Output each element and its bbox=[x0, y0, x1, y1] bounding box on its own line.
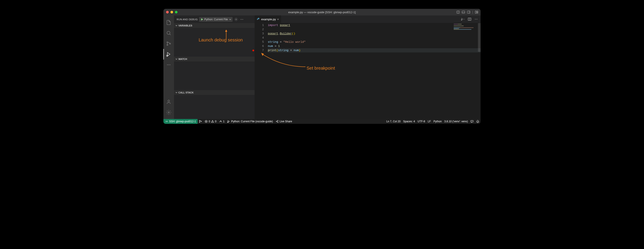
search-activity[interactable] bbox=[164, 28, 174, 38]
titlebar: example.py — vscode-guide [SSH: gbnwp-po… bbox=[164, 9, 480, 16]
svg-point-19 bbox=[168, 100, 170, 102]
svg-point-17 bbox=[168, 64, 169, 65]
problems-status[interactable]: 0 0 bbox=[203, 119, 218, 124]
ports-status[interactable]: 1 bbox=[218, 119, 226, 124]
interpreter-status[interactable]: 3.8.10 ('venv': venv) bbox=[443, 119, 469, 124]
svg-point-43 bbox=[278, 120, 278, 121]
svg-line-45 bbox=[277, 121, 278, 121]
watch-section-header[interactable]: WATCH bbox=[174, 57, 254, 62]
statusbar: SSH: gbnwp-pod012-1 0 0 1 Python: Curren… bbox=[164, 119, 480, 124]
remote-indicator[interactable]: SSH: gbnwp-pod012-1 bbox=[164, 119, 198, 124]
code-line[interactable]: print(string + num) bbox=[268, 48, 480, 52]
activity-bar bbox=[164, 16, 174, 119]
minimap[interactable] bbox=[454, 24, 478, 32]
svg-rect-7 bbox=[477, 11, 478, 12]
debug-config-label: Python: Current File bbox=[204, 18, 228, 21]
chevron-down-icon[interactable] bbox=[228, 18, 232, 21]
svg-point-23 bbox=[240, 19, 241, 20]
svg-point-9 bbox=[167, 31, 170, 34]
gutter-line[interactable]: 2 bbox=[254, 27, 264, 32]
tab-filename: example.py bbox=[261, 18, 276, 21]
gutter-line[interactable]: 7 bbox=[254, 48, 264, 52]
debug-config-selector[interactable]: Python: Current File bbox=[199, 17, 233, 22]
accounts-activity[interactable] bbox=[164, 96, 174, 107]
close-window-button[interactable] bbox=[166, 11, 169, 14]
callstack-section-header[interactable]: CALL STACK bbox=[174, 90, 254, 95]
encoding-status[interactable]: UTF-8 bbox=[416, 119, 426, 124]
explorer-activity[interactable] bbox=[164, 17, 174, 28]
svg-marker-26 bbox=[462, 18, 463, 20]
svg-point-33 bbox=[199, 120, 200, 121]
svg-point-12 bbox=[167, 44, 168, 46]
code-line[interactable] bbox=[268, 27, 480, 32]
editor-area: example.py × 1234567 bbox=[254, 16, 480, 119]
gutter-line[interactable]: 1 bbox=[254, 23, 264, 27]
svg-line-46 bbox=[277, 122, 278, 122]
svg-point-16 bbox=[167, 64, 168, 65]
gutter-line[interactable]: 4 bbox=[254, 36, 264, 40]
svg-rect-8 bbox=[477, 12, 478, 14]
editor-more-icon[interactable] bbox=[474, 17, 478, 21]
svg-rect-4 bbox=[467, 11, 470, 14]
toggle-panel-icon[interactable] bbox=[456, 10, 460, 14]
line-gutter[interactable]: 1234567 bbox=[254, 23, 268, 119]
eol-status[interactable]: LF bbox=[426, 119, 432, 124]
code-line[interactable]: popart.Builder() bbox=[268, 32, 480, 36]
gutter-line[interactable]: 3 bbox=[254, 32, 264, 36]
debug-settings-icon[interactable] bbox=[234, 17, 238, 22]
svg-point-25 bbox=[243, 19, 243, 20]
code-line[interactable] bbox=[268, 36, 480, 40]
run-debug-activity[interactable] bbox=[164, 49, 174, 60]
svg-rect-2 bbox=[462, 11, 465, 14]
close-tab-icon[interactable]: × bbox=[277, 18, 279, 21]
settings-activity[interactable] bbox=[164, 107, 174, 118]
code-line[interactable]: import popart bbox=[268, 23, 480, 27]
toggle-right-panel-icon[interactable] bbox=[467, 10, 470, 14]
toggle-bottom-panel-icon[interactable] bbox=[462, 10, 465, 14]
variables-section-header[interactable]: VARIABLES bbox=[174, 23, 254, 28]
customize-layout-icon[interactable] bbox=[475, 10, 478, 14]
code-line[interactable]: string = "Hello world" bbox=[268, 40, 480, 44]
code-content[interactable]: import popartpopart.Builder()string = "H… bbox=[268, 23, 480, 119]
code-line[interactable]: num = 1 bbox=[268, 44, 480, 48]
gutter-line[interactable]: 6 bbox=[254, 44, 264, 48]
feedback-icon[interactable] bbox=[469, 119, 475, 124]
variables-section-body bbox=[174, 28, 254, 57]
source-control-branch[interactable] bbox=[198, 119, 203, 124]
svg-line-10 bbox=[170, 34, 171, 35]
gutter-line[interactable]: 5 bbox=[254, 40, 264, 44]
editor-scrollbar[interactable] bbox=[478, 23, 480, 52]
svg-point-31 bbox=[476, 19, 476, 20]
svg-point-20 bbox=[168, 112, 169, 113]
svg-point-32 bbox=[477, 19, 478, 20]
editor-body[interactable]: 1234567 import popartpopart.Builder()str… bbox=[254, 23, 480, 119]
indent-status[interactable]: Spaces: 4 bbox=[402, 119, 416, 124]
notifications-icon[interactable] bbox=[475, 119, 480, 124]
run-file-icon[interactable] bbox=[461, 17, 465, 21]
svg-marker-21 bbox=[201, 18, 203, 20]
more-actions-icon[interactable] bbox=[240, 17, 244, 22]
live-share-status[interactable]: Live Share bbox=[274, 119, 293, 124]
breakpoint-icon[interactable] bbox=[252, 50, 254, 51]
more-activity[interactable] bbox=[164, 60, 174, 70]
svg-rect-6 bbox=[475, 11, 476, 14]
source-control-activity[interactable] bbox=[164, 38, 174, 49]
svg-point-24 bbox=[242, 19, 242, 20]
editor-tab[interactable]: example.py × bbox=[254, 16, 281, 23]
language-status[interactable]: Python bbox=[432, 119, 443, 124]
maximize-window-button[interactable] bbox=[175, 11, 178, 14]
svg-point-22 bbox=[236, 19, 236, 20]
callstack-section-body bbox=[174, 95, 254, 108]
start-debug-icon[interactable] bbox=[200, 18, 204, 21]
svg-marker-40 bbox=[228, 120, 230, 122]
minimize-window-button[interactable] bbox=[170, 11, 173, 14]
svg-point-44 bbox=[278, 122, 278, 123]
svg-point-11 bbox=[167, 42, 168, 43]
debug-target-status[interactable]: Python: Current File (vscode-guide) bbox=[226, 119, 274, 124]
svg-point-18 bbox=[170, 64, 170, 65]
cursor-position-status[interactable]: Ln 7, Col 20 bbox=[385, 119, 402, 124]
svg-point-13 bbox=[170, 43, 171, 44]
split-editor-icon[interactable] bbox=[467, 17, 472, 21]
python-file-icon bbox=[257, 18, 260, 21]
svg-point-34 bbox=[199, 122, 200, 122]
